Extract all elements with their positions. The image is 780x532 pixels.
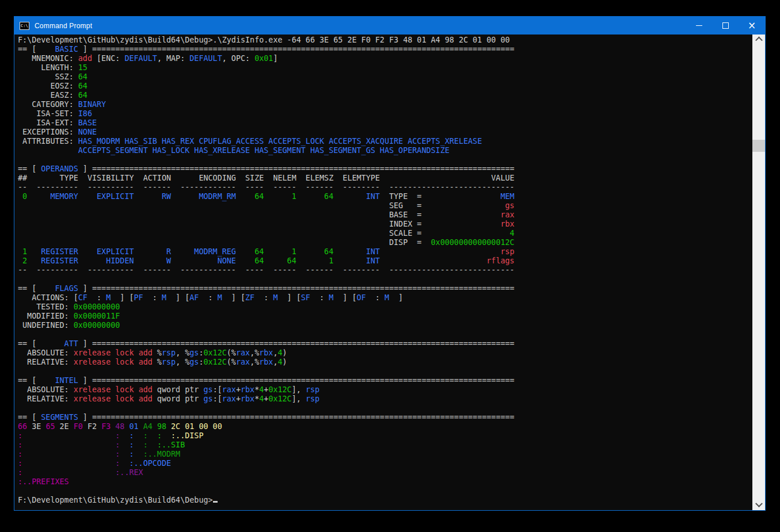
terminal-line: ABSOLUTE: xrelease lock add %rsp, %gs:0x… [18, 349, 752, 358]
scrollbar[interactable] [752, 35, 765, 510]
terminal-text: :[ [213, 395, 222, 403]
terminal-text: rax [500, 210, 514, 219]
terminal-text: NONE [78, 128, 97, 136]
terminal-text: ] [ [278, 293, 301, 302]
terminal-text [27, 422, 32, 431]
terminal-text: add [139, 349, 153, 357]
terminal-text: ========================================… [92, 284, 515, 293]
terminal-text: :..MODRM [143, 450, 181, 458]
terminal-text [148, 441, 157, 449]
terminal-line: : : : : :..SIB [18, 441, 752, 450]
terminal-text [83, 422, 87, 431]
terminal-text: lock [115, 395, 134, 403]
terminal-text: 66 [18, 422, 27, 431]
terminal-text: , MAP: [157, 54, 189, 63]
terminal-text: : [199, 349, 203, 357]
terminal-text: ISA-SET: [18, 109, 78, 118]
terminal-text [120, 431, 129, 440]
minimize-icon [696, 25, 702, 26]
maximize-button[interactable] [712, 17, 739, 35]
terminal-text: rax [222, 385, 236, 394]
window-title: Command Prompt [35, 22, 92, 30]
terminal-text: qword ptr [153, 395, 204, 403]
terminal-text: : [199, 358, 203, 366]
terminal-text [153, 422, 157, 431]
terminal-text [380, 257, 486, 265]
terminal-text: :..REX [115, 468, 143, 477]
terminal-text [421, 192, 500, 201]
terminal-text: CATEGORY: [18, 100, 78, 109]
terminal-text: MODRM_RM [171, 192, 236, 201]
terminal-text [134, 441, 143, 449]
title-bar[interactable]: C:\ Command Prompt × [14, 17, 765, 35]
terminal-text: 64 [78, 82, 87, 90]
terminal-text [18, 220, 389, 228]
terminal-text: 64 [236, 257, 264, 265]
terminal-line: SEG = gs [18, 201, 752, 210]
close-button[interactable]: × [739, 17, 765, 35]
terminal-line: RELATIVE: xrelease lock add %rsp, %gs:0x… [18, 358, 752, 367]
terminal-text [18, 238, 389, 247]
minimize-button[interactable] [686, 17, 712, 35]
terminal-text: ] [78, 413, 92, 422]
terminal-text: FLAGS [36, 284, 78, 293]
terminal-text: I86 [78, 109, 92, 118]
terminal-text: == [ [18, 376, 36, 385]
terminal-text: -- --------- ---------- ------ ---------… [18, 183, 515, 192]
terminal-line: ABSOLUTE: xrelease lock add qword ptr gs… [18, 385, 752, 395]
terminal-text: F:\Development\GitHub\zydis\Build64\Debu… [18, 496, 213, 504]
terminal-text: ========================================… [92, 413, 515, 422]
terminal-line: ## TYPE VISIBILITY ACTION ENCODING SIZE … [18, 174, 752, 183]
terminal-output[interactable]: F:\Development\GitHub\zydis\Build64\Debu… [14, 35, 752, 510]
terminal-text: INDEX = [389, 220, 421, 228]
terminal-text: -- --------- ---------- ------ ---------… [18, 266, 515, 274]
chevron-down-icon [755, 500, 763, 507]
terminal-text: :..PREFIXES [18, 477, 69, 486]
terminal-text: 3E [32, 422, 41, 431]
terminal-text: 01 [130, 422, 139, 431]
terminal-text: ] [78, 376, 92, 385]
terminal-text: ,% [250, 358, 259, 366]
terminal-line: MODIFIED: 0x0000011F [18, 312, 752, 321]
terminal-text: ========================================… [92, 164, 515, 173]
terminal-text: M [218, 293, 222, 302]
close-icon: × [748, 21, 756, 30]
terminal-text: xrelease [74, 385, 111, 394]
terminal-text: EXPLICIT [78, 192, 134, 201]
terminal-text: EXPLICIT [78, 247, 134, 256]
terminal-text [380, 247, 501, 256]
terminal-text: rbx [241, 395, 254, 403]
terminal-text [421, 220, 500, 228]
terminal-text [134, 450, 143, 458]
terminal-line: MNEMONIC: add [ENC: DEFAULT, MAP: DEFAUL… [18, 54, 752, 63]
terminal-text: TESTED: [18, 303, 74, 311]
scrollbar-down-arrow[interactable] [752, 500, 765, 510]
terminal-text: EASZ: [18, 91, 78, 99]
terminal-text: 0x00000000 [74, 303, 120, 311]
terminal-text: ABSOLUTE: [18, 385, 74, 394]
terminal-text: :[ [213, 385, 222, 394]
terminal-text [134, 431, 143, 440]
terminal-text: 4 [278, 349, 283, 357]
terminal-line: == [ INTEL ] ===========================… [18, 376, 752, 385]
window-controls: × [686, 17, 765, 35]
terminal-line [18, 275, 752, 284]
terminal-text: : [143, 431, 148, 440]
terminal-text [22, 441, 115, 449]
terminal-text: xrelease [74, 395, 111, 403]
terminal-line: SCALE = 4 [18, 229, 752, 238]
terminal-text: ] [78, 45, 92, 53]
terminal-text [22, 431, 115, 440]
terminal-text: qword ptr [153, 385, 204, 394]
terminal-text: add [139, 358, 153, 366]
terminal-text: NONE [171, 257, 236, 265]
terminal-text: ATT [36, 339, 78, 348]
terminal-text: ========================================… [92, 339, 515, 348]
terminal-line: RELATIVE: xrelease lock add qword ptr gs… [18, 395, 752, 404]
terminal-text: 0x12C [268, 385, 291, 394]
terminal-text: gs [189, 358, 199, 366]
terminal-text [120, 441, 129, 449]
scrollbar-up-arrow[interactable] [752, 35, 765, 44]
terminal-line: : : :..OPCODE [18, 459, 752, 468]
scrollbar-thumb[interactable] [752, 140, 765, 152]
